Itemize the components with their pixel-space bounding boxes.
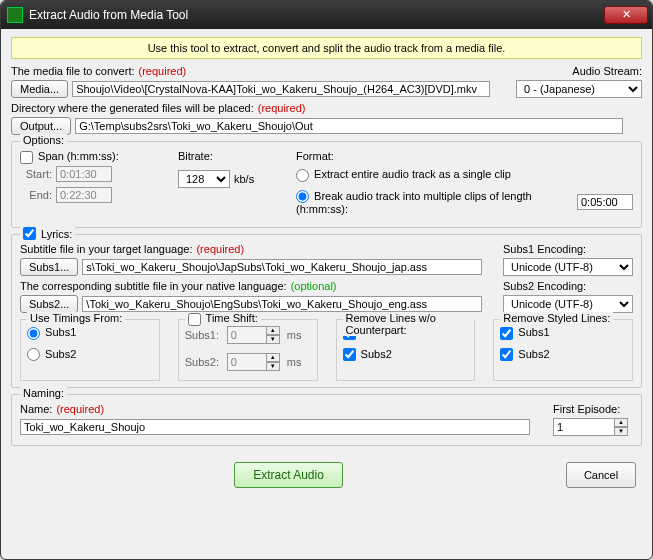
output-required: (required) <box>258 102 306 114</box>
naming-group: Naming: Name: (required) First Episode: … <box>11 394 642 446</box>
media-required: (required) <box>139 65 187 77</box>
timings-subs2-radio[interactable] <box>27 348 40 361</box>
media-label-row: The media file to convert: (required) Au… <box>11 65 642 77</box>
cancel-button[interactable]: Cancel <box>566 462 636 488</box>
format-label: Format: <box>296 150 633 162</box>
remove-counterpart-group: Remove Lines w/o Counterpart: Subs1 Subs… <box>336 319 476 381</box>
bitrate-select[interactable]: 128 <box>178 170 230 188</box>
app-icon <box>7 7 23 23</box>
subs2-label: The corresponding subtitle file in your … <box>20 280 287 292</box>
span-checkbox-label[interactable]: Span (h:mm:ss): <box>20 150 160 164</box>
remove-styled-group: Remove Styled Lines: Subs1 Subs2 <box>493 319 633 381</box>
bitrate-block: Bitrate: 128kb/s <box>178 150 278 191</box>
format-single-radio[interactable] <box>296 169 309 182</box>
app-window: Extract Audio from Media Tool ✕ Use this… <box>0 0 653 560</box>
options-legend: Options: <box>20 134 67 146</box>
timings-subs1-label[interactable]: Subs1 <box>27 326 153 340</box>
output-path-input[interactable] <box>75 118 623 134</box>
span-start-input <box>56 166 112 182</box>
first-episode-label: First Episode: <box>553 403 620 415</box>
lyrics-legend[interactable]: Lyrics: <box>20 227 75 240</box>
subs2-optional: (optional) <box>291 280 337 292</box>
extract-audio-button[interactable]: Extract Audio <box>234 462 343 488</box>
subs2-encoding-select[interactable]: Unicode (UTF-8) <box>503 295 633 313</box>
close-button[interactable]: ✕ <box>604 6 648 24</box>
audio-stream-select[interactable]: 0 - (Japanese) <box>516 80 642 98</box>
subs1-encoding-select[interactable]: Unicode (UTF-8) <box>503 258 633 276</box>
format-single-label[interactable]: Extract entire audio track as a single c… <box>296 168 633 182</box>
timeshift-legend[interactable]: Time Shift: <box>185 312 261 326</box>
bitrate-label: Bitrate: <box>178 150 278 162</box>
styled-subs1-checkbox[interactable] <box>500 327 513 340</box>
span-checkbox[interactable] <box>20 151 33 164</box>
timings-group: Use Timings From: Subs1 Subs2 <box>20 319 160 381</box>
output-browse-button[interactable]: Output... <box>11 117 71 135</box>
shift-subs2-label: Subs2: <box>185 356 223 368</box>
format-split-radio[interactable] <box>296 190 309 203</box>
timeshift-group: Time Shift: Subs1:▲▼ms Subs2:▲▼ms <box>178 319 318 381</box>
media-input-row: Media... 0 - (Japanese) <box>11 80 642 98</box>
remove-styled-legend: Remove Styled Lines: <box>500 312 613 324</box>
timings-subs2-label[interactable]: Subs2 <box>27 348 153 362</box>
shift-subs2-input <box>227 353 267 371</box>
footer: Extract Audio Cancel <box>1 454 652 496</box>
media-path-input[interactable] <box>72 81 490 97</box>
timings-subs1-radio[interactable] <box>27 327 40 340</box>
span-end-input <box>56 187 112 203</box>
span-start-label: Start: <box>20 168 52 180</box>
shift-subs2-unit: ms <box>287 356 302 368</box>
subs2-path-input[interactable] <box>82 296 482 312</box>
audio-stream-label: Audio Stream: <box>572 65 642 77</box>
timeshift-checkbox[interactable] <box>188 313 201 326</box>
subs1-encoding-label: Subs1 Encoding: <box>503 243 586 255</box>
options-group: Options: Span (h:mm:ss): Start: End: Bit… <box>11 141 642 228</box>
output-input-row: Output... <box>11 117 642 135</box>
name-label: Name: <box>20 403 52 415</box>
remove-subs2-label[interactable]: Subs2 <box>343 348 469 362</box>
remove-counterpart-legend: Remove Lines w/o Counterpart: <box>343 312 475 336</box>
subs2-browse-button[interactable]: Subs2... <box>20 295 78 313</box>
shift-subs1-label: Subs1: <box>185 329 223 341</box>
span-end-label: End: <box>20 189 52 201</box>
output-label-row: Directory where the generated files will… <box>11 102 642 114</box>
name-required: (required) <box>56 403 104 415</box>
subs1-browse-button[interactable]: Subs1... <box>20 258 78 276</box>
media-label: The media file to convert: <box>11 65 135 77</box>
first-episode-input[interactable] <box>553 418 615 436</box>
output-label: Directory where the generated files will… <box>11 102 254 114</box>
subs1-label: Subtitle file in your target language: <box>20 243 192 255</box>
lyrics-sub-options: Use Timings From: Subs1 Subs2 Time Shift… <box>20 319 633 381</box>
format-split-label[interactable]: Break audio track into multiple clips of… <box>296 190 567 216</box>
subs2-encoding-label: Subs2 Encoding: <box>503 280 586 292</box>
lyrics-checkbox[interactable] <box>23 227 36 240</box>
shift-subs2-up: ▲ <box>266 353 280 362</box>
remove-subs2-checkbox[interactable] <box>343 348 356 361</box>
shift-subs1-down: ▼ <box>266 335 280 344</box>
shift-subs1-up: ▲ <box>266 326 280 335</box>
name-input[interactable] <box>20 419 530 435</box>
titlebar: Extract Audio from Media Tool ✕ <box>1 1 652 29</box>
episode-up[interactable]: ▲ <box>614 418 628 427</box>
info-banner: Use this tool to extract, convert and sp… <box>11 37 642 59</box>
shift-subs1-unit: ms <box>287 329 302 341</box>
styled-subs2-checkbox[interactable] <box>500 348 513 361</box>
span-block: Span (h:mm:ss): Start: End: <box>20 150 160 206</box>
timings-legend: Use Timings From: <box>27 312 125 324</box>
subs1-required: (required) <box>196 243 244 255</box>
naming-legend: Naming: <box>20 387 67 399</box>
shift-subs1-input <box>227 326 267 344</box>
lyrics-group: Lyrics: Subtitle file in your target lan… <box>11 234 642 388</box>
window-title: Extract Audio from Media Tool <box>29 8 604 22</box>
subs1-path-input[interactable] <box>82 259 482 275</box>
client-area: Use this tool to extract, convert and sp… <box>1 29 652 454</box>
media-browse-button[interactable]: Media... <box>11 80 68 98</box>
episode-down[interactable]: ▼ <box>614 427 628 436</box>
shift-subs2-down: ▼ <box>266 362 280 371</box>
format-block: Format: Extract entire audio track as a … <box>296 150 633 218</box>
clip-length-input[interactable] <box>577 194 633 210</box>
bitrate-unit: kb/s <box>234 173 254 185</box>
styled-subs2-label[interactable]: Subs2 <box>500 348 626 362</box>
styled-subs1-label[interactable]: Subs1 <box>500 326 626 340</box>
